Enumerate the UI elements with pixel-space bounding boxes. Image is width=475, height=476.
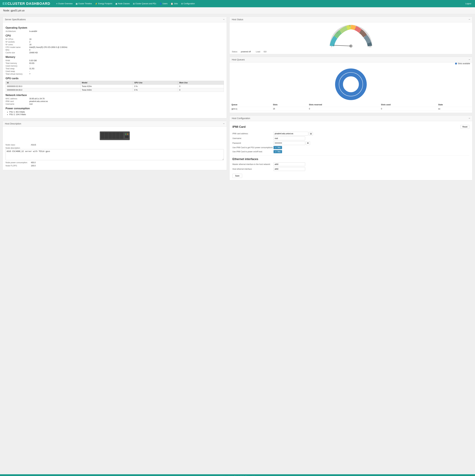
gpu-col-id: Id — [6, 81, 81, 85]
host-queues-body: Slots available Queue Slo — [230, 63, 472, 113]
app-title: EECLUSTER DASHBOARD — [2, 1, 50, 6]
virtual-mem-value: ? — [29, 73, 30, 75]
config-username-label: Username: — [232, 137, 274, 139]
overview-icon: ≡ — [56, 2, 57, 5]
used-memory-row: Used memory - — [5, 65, 224, 67]
use-psu-field: Use IPMI Card to get PSU power consumpti… — [232, 146, 470, 149]
host-status-collapse[interactable]: − — [469, 18, 470, 21]
queue-col-queue: Queue — [230, 103, 271, 107]
gpu-table-row: 00000000:02:00.0 Tesla K20m 0 % 0 — [6, 85, 224, 88]
nav-cluster-overview[interactable]: ≡ Cluster Overview — [55, 2, 74, 5]
queue-table-row: gpus.q 16 0 0 au — [230, 107, 472, 111]
server-specs-collapse[interactable]: − — [223, 18, 224, 21]
title-rest: CLUSTER DASHBOARD — [7, 1, 50, 5]
queue-legend: Slots available — [230, 63, 472, 66]
config-username-field: Username: — [232, 136, 470, 140]
ipmi-address-input[interactable] — [274, 132, 308, 136]
server-specs-header: Server Specifications − — [3, 17, 227, 22]
arch-value: lx-amd64 — [29, 30, 37, 33]
master-eth-input[interactable] — [274, 162, 305, 166]
nav-label-queues: Cluster Queues and PEs — [135, 2, 156, 5]
server-specs-card: Server Specifications − Operating System… — [2, 17, 227, 118]
nav-configuration[interactable]: ⚙ Configuration — [180, 2, 196, 5]
nav-node-classes[interactable]: ▣ Node Classes — [114, 2, 131, 5]
host-desc-header: Host Description − — [3, 121, 227, 126]
save-button[interactable]: Save — [232, 174, 242, 178]
right-column: Host Status − — [229, 17, 473, 472]
jobs-icon: 📋 — [171, 2, 173, 5]
nav-jobs[interactable]: 📋 Jobs — [169, 2, 179, 5]
network-section-title: Network interface — [5, 94, 224, 97]
ipmi-address-label: IPMI card address: — [232, 133, 274, 135]
node-description-textarea[interactable]: ASUS ESC4000_G2 server with TESLA gpus — [5, 149, 224, 160]
ipmi-card-row: IPMI card piradm4.edu.uniovi.es — [5, 100, 224, 102]
ram-row: RAM: 0.00 GiB — [5, 59, 224, 62]
node-class-value: ASUS — [31, 144, 36, 146]
nav-label-overview: Cluster Overview — [58, 2, 73, 5]
used-swap-row: Used swap - — [5, 70, 224, 72]
power-list: PSU 1: 80.0 Watts PSU 2: 104.0 Watts — [9, 111, 224, 116]
queue-slots-used: 0 — [379, 107, 436, 111]
svg-rect-7 — [120, 133, 123, 139]
svg-text:0: 0 — [331, 46, 332, 48]
ipmi-address-icon-btn[interactable]: ⊟ — [309, 132, 313, 136]
cache-value: 20480 KB — [29, 51, 38, 54]
config-password-field: Password: 👁 — [232, 141, 470, 145]
status-row: Status: powered off Load: 0.0 — [230, 50, 472, 54]
num-cpus-row: Nº CPUs: 16 — [5, 38, 224, 40]
load-label: Load: — [256, 51, 260, 53]
host-queues-collapse[interactable]: − — [469, 58, 470, 61]
logout-button[interactable]: Logout — [464, 2, 473, 5]
num-cores-row: Nº cores: 16 — [5, 44, 224, 46]
server-specs-body: Operating System Architecture: lx-amd64 … — [3, 22, 227, 118]
title-ee: EE — [2, 1, 7, 5]
host-queues-header: Host Queues − — [230, 57, 472, 63]
host-description-card: Host Description − — [2, 121, 227, 170]
config-username-input[interactable] — [274, 136, 305, 140]
nav-users[interactable]: 👤 Users — [158, 2, 169, 5]
nav: ≡ Cluster Overview ▦ Cluster Timeline ⚡ … — [55, 2, 464, 5]
config-password-input[interactable] — [274, 141, 305, 145]
os-section-title: Operating System — [5, 26, 224, 29]
host-queues-title: Host Queues — [232, 58, 245, 61]
power-section-title: Power consumption — [5, 107, 224, 110]
cpu-model-value: Intel(R) Xeon(R) CPU E5-2650 0 @ 2.00GHz — [29, 46, 67, 48]
host-config-card: Host Configuration − IPMI Card Reset IPM… — [229, 116, 473, 180]
host-config-collapse[interactable]: − — [469, 117, 470, 120]
cpu-model-row: CPU model name Intel(R) Xeon(R) CPU E5-2… — [5, 46, 224, 48]
master-eth-label: Master ethernet interface in the host ne… — [232, 163, 274, 165]
nav-label-users: Users — [163, 2, 167, 5]
load-value: 0.0 — [264, 51, 266, 53]
gpu-id: 00000000:84:00.0 — [6, 88, 81, 92]
ram-value: 0.00 GiB — [29, 59, 37, 62]
host-config-title: Host Configuration — [232, 117, 250, 119]
num-cpus-label: Nº CPUs: — [5, 38, 29, 40]
queue-col-used: Slots used — [379, 103, 436, 107]
queue-slots: 16 — [271, 107, 307, 111]
gpu-col-model: Model — [81, 81, 133, 85]
show-password-btn[interactable]: 👁 — [306, 141, 310, 145]
gpu-use: 0 % — [133, 85, 178, 88]
num-cores-value: 16 — [29, 44, 31, 46]
virtual-memory-row: Total virtual memory ? — [5, 73, 224, 75]
nav-energy-footprint[interactable]: ⚡ Energy Footprint — [94, 2, 113, 5]
use-psu-yes-btn[interactable]: Yes — [274, 146, 282, 149]
reset-button[interactable]: Reset — [460, 125, 470, 129]
cpu-section-title: CPU — [5, 34, 224, 37]
queue-slots-reserved: 0 — [307, 107, 379, 111]
svg-point-21 — [343, 76, 359, 92]
mhz-row: MHz 0 — [5, 49, 224, 51]
use-power-yes-btn[interactable]: Yes — [274, 150, 282, 153]
nav-cluster-queues[interactable]: ⊞ Cluster Queues and PEs — [132, 2, 158, 5]
host-eth-input[interactable] — [274, 167, 305, 171]
gpu-use: 0 % — [133, 88, 178, 92]
node-power-row: Node power consumption: 450.0 — [5, 161, 224, 164]
nav-cluster-timeline[interactable]: ▦ Cluster Timeline — [74, 2, 93, 5]
host-config-header: Host Configuration − — [230, 116, 472, 121]
cache-row: Cache size 20480 KB — [5, 51, 224, 54]
used-swap-value: - — [29, 70, 30, 72]
host-desc-collapse[interactable]: − — [223, 122, 224, 125]
host-status-title: Host Status — [232, 18, 243, 21]
used-mem-value: - — [29, 65, 30, 67]
svg-text:100: 100 — [369, 46, 371, 48]
